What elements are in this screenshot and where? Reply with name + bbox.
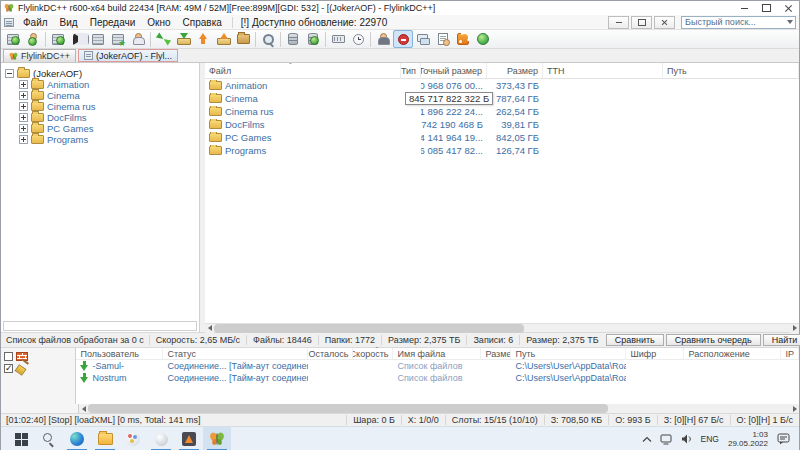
column-size[interactable]: Размер	[481, 348, 511, 359]
taskbar-search-icon[interactable]	[35, 427, 63, 450]
column-path[interactable]: Путь	[511, 348, 626, 359]
notification-center-icon[interactable]	[773, 427, 795, 450]
messages-button[interactable]	[413, 30, 433, 48]
expand-icon[interactable]	[19, 135, 28, 144]
column-speed[interactable]: Скорость	[353, 348, 393, 359]
column-filename[interactable]: Имя файла	[393, 348, 481, 359]
follow-redirect-button[interactable]	[23, 30, 43, 48]
tray-chevron-up-icon[interactable]	[638, 427, 656, 450]
notepad-button[interactable]	[433, 30, 453, 48]
file-list-horizontal-scrollbar[interactable]	[205, 323, 799, 332]
menu-window[interactable]: Окно	[141, 17, 176, 28]
transfers-option-firewall[interactable]	[4, 350, 75, 362]
column-file[interactable]: Файл	[205, 63, 401, 78]
column-location[interactable]: Расположение	[684, 348, 781, 359]
internet-button[interactable]	[473, 30, 493, 48]
mdi-close-button[interactable]	[654, 16, 675, 29]
expand-icon[interactable]	[19, 91, 28, 100]
column-status[interactable]: Статус	[163, 348, 308, 359]
compare-button[interactable]: Сравнить	[606, 334, 664, 346]
transfer-row-nostrum[interactable]: Nostrum Соединение... [Тайм-аут соединен…	[76, 372, 799, 384]
file-row-docfilms[interactable]: DocFilms 42 742 190 468 Б 39,81 ГБ	[205, 118, 799, 131]
minimize-button[interactable]	[733, 1, 755, 15]
column-ip[interactable]: IP	[781, 348, 799, 359]
search-button[interactable]	[258, 30, 278, 48]
file-row-programs[interactable]: Programs 136 085 417 82... 126,74 ГБ	[205, 144, 799, 157]
column-path[interactable]: Путь	[663, 63, 799, 78]
tree-item-cinema[interactable]: Cinema	[1, 90, 199, 101]
transfers-horizontal-scrollbar[interactable]	[1, 404, 799, 413]
dropdown-arrow-icon[interactable]	[784, 17, 795, 28]
file-row-cinema-rus[interactable]: Cinema rus 281 896 222 24... 262,54 ГБ	[205, 105, 799, 118]
taskbar-edge-icon[interactable]	[63, 427, 91, 450]
column-type[interactable]: Тип	[401, 63, 421, 78]
rss-news-button[interactable]	[453, 30, 473, 48]
search-spy-button[interactable]	[348, 30, 368, 48]
indexing-button[interactable]	[328, 30, 348, 48]
scroll-right-icon[interactable]	[790, 324, 799, 333]
taskbar-torrent-app-icon[interactable]	[175, 427, 203, 450]
favorite-users-button[interactable]	[128, 30, 148, 48]
tree-item-pc-games[interactable]: PC Games	[1, 123, 199, 134]
tree-item-programs[interactable]: Programs	[1, 134, 199, 145]
scroll-thumb[interactable]	[214, 324, 524, 333]
file-row-cinema[interactable]: Cinema 787,64 ГБ	[205, 92, 799, 105]
finished-uploads-button[interactable]	[213, 30, 233, 48]
download-queue-button[interactable]	[153, 30, 173, 48]
database-button[interactable]	[303, 30, 323, 48]
checkbox-unchecked[interactable]	[4, 352, 13, 361]
public-hubs-button[interactable]	[48, 30, 68, 48]
expand-icon[interactable]	[19, 80, 28, 89]
compare-queue-button[interactable]: Сравнить очередь	[666, 334, 761, 346]
recent-hubs-button[interactable]	[88, 30, 108, 48]
expand-icon[interactable]	[19, 113, 28, 122]
scroll-left-icon[interactable]	[205, 324, 214, 333]
menu-help[interactable]: Справка	[177, 17, 228, 28]
column-exact-size[interactable]: Точный размер	[421, 63, 487, 78]
mdi-minimize-button[interactable]	[608, 16, 629, 29]
favorite-hubs-button[interactable]	[108, 30, 128, 48]
tab-flylinkdc[interactable]: FlylinkDC++	[3, 49, 76, 62]
expand-icon[interactable]	[19, 124, 28, 133]
update-available-notice[interactable]: [!] Доступно обновление: 22970	[237, 17, 391, 28]
column-cipher[interactable]: Шифр	[626, 348, 684, 359]
start-button[interactable]	[7, 427, 35, 450]
maximize-button[interactable]	[755, 1, 777, 15]
column-user[interactable]: Пользователь	[76, 348, 163, 359]
tree-horizontal-scrollbar[interactable]	[3, 321, 197, 331]
column-remaining[interactable]: Осталось	[308, 348, 353, 359]
upload-queue-button[interactable]	[193, 30, 213, 48]
taskbar-paint-icon[interactable]	[119, 427, 147, 450]
menu-transfers[interactable]: Передачи	[84, 17, 142, 28]
taskbar-flylinkdc-icon[interactable]	[203, 427, 231, 450]
tray-volume-icon[interactable]	[677, 427, 697, 450]
scroll-thumb[interactable]	[88, 404, 608, 413]
tree-item-docfilms[interactable]: DocFilms	[1, 112, 199, 123]
menu-file[interactable]: Файл	[17, 17, 54, 28]
expand-icon[interactable]	[19, 102, 28, 111]
tree-root[interactable]: (JokerAOF)	[1, 68, 199, 79]
taskbar-clock[interactable]: 1:03 29.05.2022	[723, 430, 773, 448]
open-file-list-button[interactable]	[233, 30, 253, 48]
collapse-icon[interactable]	[5, 69, 14, 78]
tab-jokeraof-filelist[interactable]: (JokerAOF) - Flyl...	[78, 49, 178, 62]
quick-connect-button[interactable]	[68, 30, 88, 48]
menu-view[interactable]: Вид	[54, 17, 84, 28]
tree-item-animation[interactable]: Animation	[1, 79, 199, 90]
tray-network-icon[interactable]	[656, 427, 677, 450]
scroll-left-icon[interactable]	[79, 404, 88, 413]
away-mode-toggle[interactable]	[393, 30, 413, 48]
tree-item-cinema-rus[interactable]: Cinema rus	[1, 101, 199, 112]
file-row-pc-games[interactable]: PC Games 904 141 964 19... 842,05 ГБ	[205, 131, 799, 144]
scroll-right-icon[interactable]	[790, 404, 799, 413]
close-button[interactable]	[777, 1, 799, 15]
column-tth[interactable]: ТТН	[543, 63, 663, 78]
language-indicator[interactable]: ENG	[697, 427, 723, 450]
transfer-row-samul[interactable]: -Samul- Соединение... [Тайм-аут соединен…	[76, 360, 799, 372]
finished-downloads-button[interactable]	[173, 30, 193, 48]
taskbar-ball-app-icon[interactable]	[147, 427, 175, 450]
taskbar-explorer-icon[interactable]	[91, 427, 119, 450]
checkbox-checked[interactable]	[4, 364, 13, 373]
file-row-animation[interactable]: Animation 400 968 076 00... 373,43 ГБ	[205, 79, 799, 92]
quick-search-combobox[interactable]: Быстрый поиск...	[681, 16, 796, 29]
